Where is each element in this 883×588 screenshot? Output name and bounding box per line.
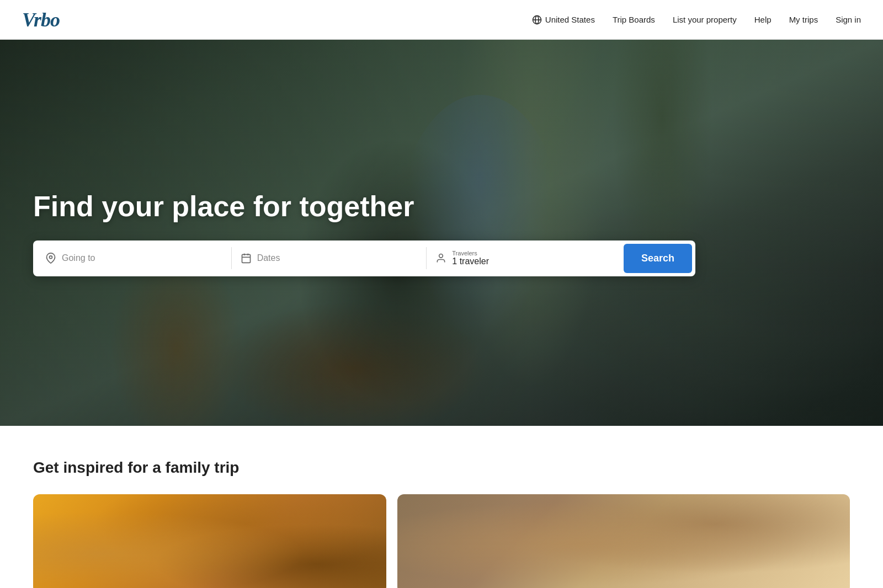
site-header: Vrbo United States Trip Boards List your… bbox=[0, 0, 883, 40]
location-pin-icon bbox=[45, 253, 56, 264]
locale-label: United States bbox=[545, 15, 595, 24]
section-title: Get inspired for a family trip bbox=[33, 459, 850, 477]
locale-selector[interactable]: United States bbox=[532, 15, 595, 25]
svg-point-8 bbox=[439, 254, 443, 258]
list-property-link[interactable]: List your property bbox=[673, 15, 737, 24]
travelers-label: Travelers bbox=[452, 250, 489, 256]
location-field[interactable]: Going to bbox=[36, 247, 232, 269]
hero-title: Find your place for together bbox=[33, 190, 850, 223]
dates-field-content: Dates bbox=[257, 253, 280, 263]
inspiration-card-1[interactable] bbox=[33, 494, 386, 588]
my-trips-link[interactable]: My trips bbox=[789, 15, 818, 24]
location-field-content: Going to bbox=[62, 253, 95, 263]
sign-in-link[interactable]: Sign in bbox=[836, 15, 861, 24]
person-icon bbox=[435, 253, 446, 264]
location-placeholder: Going to bbox=[62, 253, 95, 263]
travelers-value: 1 traveler bbox=[452, 256, 489, 266]
main-nav: United States Trip Boards List your prop… bbox=[532, 15, 861, 25]
svg-rect-4 bbox=[242, 254, 250, 263]
dates-field[interactable]: Dates bbox=[232, 247, 427, 269]
inspiration-card-2[interactable] bbox=[397, 494, 850, 588]
dates-placeholder: Dates bbox=[257, 253, 280, 263]
search-button[interactable]: Search bbox=[624, 244, 692, 273]
inspiration-cards bbox=[33, 494, 850, 588]
below-fold-section: Get inspired for a family trip bbox=[0, 426, 883, 588]
trip-boards-link[interactable]: Trip Boards bbox=[613, 15, 655, 24]
svg-point-3 bbox=[50, 256, 52, 259]
help-link[interactable]: Help bbox=[754, 15, 772, 24]
travelers-field-content: Travelers 1 traveler bbox=[452, 250, 489, 266]
hero-section: Find your place for together Going to bbox=[0, 40, 883, 426]
search-bar: Going to Dates bbox=[33, 240, 695, 276]
hero-content: Find your place for together Going to bbox=[0, 190, 883, 276]
calendar-icon bbox=[241, 253, 252, 264]
globe-icon bbox=[532, 15, 542, 25]
travelers-field[interactable]: Travelers 1 traveler bbox=[427, 244, 621, 272]
site-logo[interactable]: Vrbo bbox=[22, 8, 60, 31]
